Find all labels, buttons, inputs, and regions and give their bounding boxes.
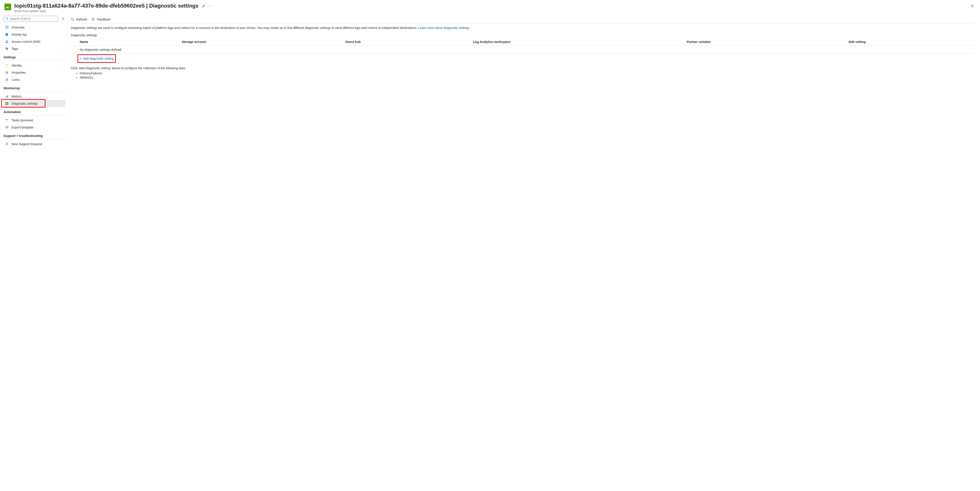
sidebar-item-tags[interactable]: Tags bbox=[3, 45, 65, 52]
diagnostic-icon bbox=[5, 102, 9, 105]
svg-rect-2 bbox=[6, 26, 8, 28]
sidebar-item-label: Identity bbox=[11, 64, 22, 67]
sidebar-group-automation: Automation bbox=[3, 107, 65, 115]
svg-point-28 bbox=[6, 143, 7, 144]
overview-icon bbox=[5, 25, 9, 29]
svg-rect-7 bbox=[6, 35, 7, 35]
sidebar-search[interactable] bbox=[3, 16, 58, 22]
sidebar-item-label: Tasks (preview) bbox=[11, 118, 33, 122]
resource-type-label: Event Grid System Topic bbox=[14, 10, 966, 13]
svg-rect-22 bbox=[8, 95, 8, 98]
sidebar-search-input[interactable] bbox=[10, 17, 56, 21]
sidebar: OverviewActivity logAccess control (IAM)… bbox=[0, 14, 69, 152]
export-icon bbox=[5, 126, 9, 129]
svg-point-8 bbox=[6, 41, 7, 41]
table-header-edit-setting: Edit setting bbox=[840, 38, 975, 46]
data-categories-list: DeliveryFailuresAllMetrics bbox=[80, 71, 975, 80]
sidebar-item-label: Overview bbox=[11, 25, 24, 29]
command-bar: Refresh Feedback bbox=[71, 16, 975, 24]
empty-row-text: No diagnostic settings defined bbox=[71, 45, 975, 54]
table-header-partner-solution: Partner solution bbox=[678, 38, 840, 46]
refresh-icon bbox=[71, 17, 75, 21]
pin-icon[interactable] bbox=[202, 4, 205, 8]
close-button[interactable] bbox=[969, 3, 975, 10]
feedback-button[interactable]: Feedback bbox=[92, 17, 110, 21]
locks-icon bbox=[5, 78, 9, 81]
svg-point-26 bbox=[6, 121, 7, 121]
main-content: Refresh Feedback Diagnostic settings are… bbox=[69, 14, 980, 152]
refresh-button[interactable]: Refresh bbox=[71, 17, 87, 21]
sidebar-item-label: Metrics bbox=[11, 95, 22, 98]
data-category-item: DeliveryFailures bbox=[80, 71, 975, 76]
svg-point-16 bbox=[6, 72, 7, 72]
plus-icon: + bbox=[80, 57, 82, 60]
table-header-log-analytics-workspace: Log Analytics workspace bbox=[464, 38, 678, 46]
properties-icon bbox=[5, 71, 9, 75]
sidebar-group-settings: Settings bbox=[3, 52, 65, 60]
sidebar-item-activity-log[interactable]: Activity log bbox=[3, 31, 65, 38]
svg-rect-5 bbox=[6, 34, 7, 34]
table-header-name: Name bbox=[71, 38, 173, 46]
support-icon bbox=[5, 142, 9, 146]
page-header: topic01stg-811a624a-8a77-437e-89de-dfeb5… bbox=[0, 0, 980, 14]
svg-rect-21 bbox=[7, 96, 7, 97]
sidebar-item-label: Activity log bbox=[11, 33, 27, 36]
table-empty-row: No diagnostic settings defined bbox=[71, 45, 975, 54]
sidebar-item-access-control-iam-[interactable]: Access control (IAM) bbox=[3, 38, 65, 45]
learn-more-link[interactable]: Learn more about diagnostic settings bbox=[418, 26, 469, 30]
sidebar-item-label: Tags bbox=[11, 47, 18, 51]
svg-line-1 bbox=[8, 19, 8, 20]
activity-icon bbox=[5, 33, 9, 36]
sidebar-item-label: Diagnostic settings bbox=[11, 102, 38, 105]
sidebar-group-monitoring: Monitoring bbox=[3, 83, 65, 92]
svg-rect-6 bbox=[6, 34, 7, 35]
sidebar-item-identity[interactable]: Identity bbox=[3, 62, 65, 69]
svg-point-10 bbox=[6, 48, 6, 48]
svg-rect-20 bbox=[6, 97, 6, 97]
svg-point-29 bbox=[92, 18, 93, 19]
resource-icon bbox=[5, 3, 11, 10]
svg-point-9 bbox=[7, 41, 8, 41]
feedback-label: Feedback bbox=[97, 17, 110, 21]
page-title: topic01stg-811a624a-8a77-437e-89de-dfeb5… bbox=[14, 3, 199, 9]
more-icon[interactable]: ··· bbox=[208, 3, 213, 8]
svg-point-0 bbox=[6, 17, 8, 19]
sidebar-item-diagnostic-settings[interactable]: Diagnostic settings bbox=[3, 100, 65, 107]
svg-point-18 bbox=[6, 73, 7, 74]
svg-rect-19 bbox=[6, 79, 8, 81]
svg-point-17 bbox=[7, 72, 8, 73]
sidebar-item-label: Locks bbox=[11, 78, 20, 81]
tasks-icon bbox=[5, 118, 9, 122]
sidebar-item-tasks-preview-[interactable]: Tasks (preview) bbox=[3, 117, 65, 124]
svg-point-25 bbox=[7, 119, 8, 120]
svg-point-24 bbox=[6, 119, 7, 120]
intro-text: Diagnostic settings are used to configur… bbox=[71, 26, 975, 30]
instruction-text: Click 'Add Diagnostic setting' above to … bbox=[71, 66, 975, 70]
sidebar-item-locks[interactable]: Locks bbox=[3, 76, 65, 83]
add-diagnostic-setting-label: Add diagnostic setting bbox=[83, 57, 114, 60]
table-header-event-hub: Event hub bbox=[337, 38, 465, 46]
identity-icon bbox=[5, 64, 9, 67]
table-header-storage-account: Storage account bbox=[173, 38, 337, 46]
sidebar-item-label: Export template bbox=[11, 126, 33, 129]
sidebar-item-label: New Support Request bbox=[11, 142, 42, 146]
diagnostic-settings-label: Diagnostic settings bbox=[71, 33, 975, 37]
collapse-sidebar-button[interactable] bbox=[60, 16, 65, 21]
sidebar-item-label: Properties bbox=[11, 71, 26, 75]
sidebar-group-support-troubleshooting: Support + troubleshooting bbox=[3, 131, 65, 139]
diagnostic-settings-table: NameStorage accountEvent hubLog Analytic… bbox=[71, 38, 975, 54]
sidebar-item-new-support-request[interactable]: New Support Request bbox=[3, 140, 65, 148]
sidebar-item-export-template[interactable]: Export template bbox=[3, 124, 65, 131]
svg-point-11 bbox=[6, 64, 7, 65]
tags-icon bbox=[5, 47, 9, 51]
search-icon bbox=[6, 17, 9, 20]
sidebar-item-overview[interactable]: Overview bbox=[3, 24, 65, 31]
sidebar-item-label: Access control (IAM) bbox=[11, 40, 40, 43]
refresh-label: Refresh bbox=[76, 17, 87, 21]
iam-icon bbox=[5, 40, 9, 43]
feedback-icon bbox=[92, 17, 95, 21]
sidebar-item-metrics[interactable]: Metrics bbox=[3, 93, 65, 100]
add-diagnostic-setting-link[interactable]: + Add diagnostic setting bbox=[80, 57, 114, 60]
svg-rect-23 bbox=[6, 102, 8, 105]
sidebar-item-properties[interactable]: Properties bbox=[3, 69, 65, 76]
